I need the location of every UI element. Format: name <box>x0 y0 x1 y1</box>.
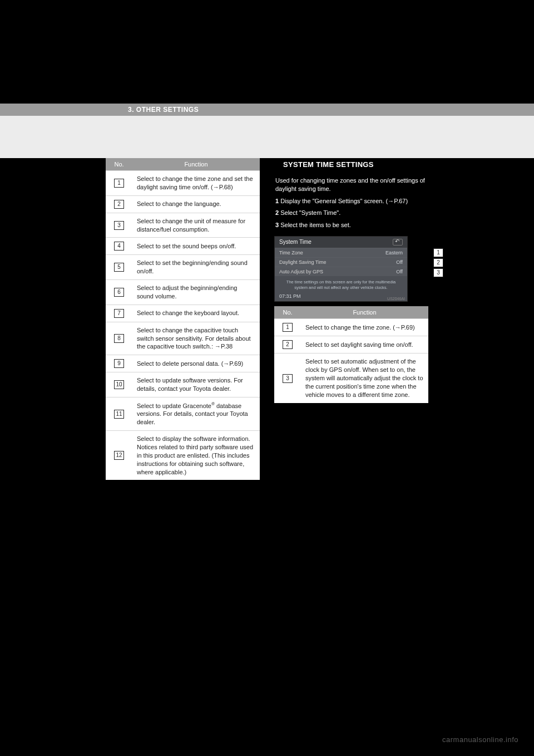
section-header-text: 3. OTHER SETTINGS <box>128 106 199 114</box>
callout-number: 1 <box>433 248 443 257</box>
row-number: 10 <box>114 380 124 389</box>
table-row: 1 Select to change the time zone. (→P.69… <box>274 319 428 336</box>
instruction-step-3: 3 Select the items to be set. <box>275 221 427 229</box>
table-row: 10 Select to update software versions. F… <box>106 372 260 397</box>
row-function: Select to set daylight saving time on/of… <box>301 336 428 354</box>
instruction-step-1: 1 Display the "General Settings" screen.… <box>275 197 427 205</box>
row-label: Daylight Saving Time <box>279 259 327 265</box>
row-function: Select to delete personal data. (→P.69) <box>132 355 260 372</box>
function-table-left: No. Function 1 Select to change the time… <box>106 158 260 480</box>
row-function: Select to change the unit of measure for… <box>132 213 260 238</box>
col-header-function: Function <box>132 158 260 171</box>
row-function: Select to display the software informati… <box>132 431 260 480</box>
watermark: carmanualsonline.info <box>442 735 518 744</box>
row-number: 8 <box>114 334 124 343</box>
row-number: 7 <box>114 309 124 318</box>
instructions: Used for changing time zones and the on/… <box>274 171 428 236</box>
registered-mark: ® <box>211 401 215 406</box>
screenshot-title-bar: System Time <box>275 237 407 248</box>
row-function: Select to set the beginning/ending sound… <box>132 255 260 280</box>
row-function: Select to set the sound beeps on/off. <box>132 238 260 255</box>
system-time-heading: SYSTEM TIME SETTINGS <box>274 158 428 171</box>
table-row: 9 Select to delete personal data. (→P.69… <box>106 355 260 372</box>
row-value: Off <box>396 259 403 265</box>
row-number: 11 <box>114 410 124 419</box>
callout-number: 2 <box>433 258 443 267</box>
callout: 3 <box>433 268 444 277</box>
row-label: Time Zone <box>279 250 303 256</box>
callout: 1 <box>433 248 444 257</box>
left-column: No. Function 1 Select to change the time… <box>106 158 260 480</box>
callout-number: 3 <box>433 268 443 277</box>
instruction-line: Used for changing time zones and the on/… <box>275 176 427 194</box>
col-header-function: Function <box>301 306 428 319</box>
page: 3. OTHER SETTINGS No. Function 1 Select … <box>0 0 534 756</box>
row-number: 9 <box>114 359 124 368</box>
row-value: Off <box>396 269 403 274</box>
row-number: 12 <box>114 451 124 460</box>
row-number: 2 <box>283 340 293 349</box>
table-row: 5 Select to set the beginning/ending sou… <box>106 255 260 280</box>
device-screenshot: System Time Time Zone Eastern Daylight S… <box>274 236 408 302</box>
function-table-right: No. Function 1 Select to change the time… <box>274 306 428 402</box>
table-row: 12 Select to display the software inform… <box>106 431 260 480</box>
table-row: 7 Select to change the keyboard layout. <box>106 305 260 322</box>
table-row: 4 Select to set the sound beeps on/off. <box>106 238 260 255</box>
row-number: 5 <box>114 263 124 272</box>
row-function: Select to change the keyboard layout. <box>132 305 260 322</box>
row-function: Select to change the language. <box>132 195 260 213</box>
table-row: 8 Select to change the capacitive touch … <box>106 322 260 355</box>
callout: 2 <box>433 258 444 267</box>
row-number: 2 <box>114 200 124 209</box>
row-label: Auto Adjust by GPS <box>279 269 323 274</box>
row-number: 4 <box>114 242 124 251</box>
row-number: 3 <box>283 374 293 383</box>
table-row: 2 Select to change the language. <box>106 195 260 213</box>
row-function: Select to change the time zone. (→P.69) <box>301 319 428 336</box>
table-row: 6 Select to adjust the beginning/ending … <box>106 280 260 305</box>
instruction-step-2: 2 Select "System Time". <box>275 209 427 217</box>
right-column: SYSTEM TIME SETTINGS Used for changing t… <box>274 158 428 480</box>
row-function: Select to update software versions. For … <box>132 372 260 397</box>
table-row: 3 Select to set automatic adjustment of … <box>274 354 428 403</box>
screenshot-area: System Time Time Zone Eastern Daylight S… <box>274 236 428 302</box>
table-row: 11 Select to update Gracenote® database … <box>106 397 260 430</box>
screenshot-note: The time settings on this screen are onl… <box>275 276 407 293</box>
col-header-no: No. <box>274 306 301 319</box>
table-row: 3 Select to change the unit of measure f… <box>106 213 260 238</box>
section-header: 3. OTHER SETTINGS <box>0 104 534 116</box>
screenshot-id: US2046AI <box>387 297 405 301</box>
screenshot-row-dst[interactable]: Daylight Saving Time Off <box>275 257 407 267</box>
row-function: Select to set automatic adjustment of th… <box>301 354 428 403</box>
table-row: 2 Select to set daylight saving time on/… <box>274 336 428 354</box>
row-number: 6 <box>114 288 124 297</box>
row-function: Select to change the capacitive touch sw… <box>132 322 260 355</box>
row-function: Select to adjust the beginning/ending so… <box>132 280 260 305</box>
content-columns: No. Function 1 Select to change the time… <box>106 158 428 480</box>
screenshot-row-autogps[interactable]: Auto Adjust by GPS Off <box>275 267 407 276</box>
row-value: Eastern <box>385 250 403 256</box>
row-function: Select to update Gracenote® database ver… <box>132 397 260 430</box>
row-number: 1 <box>114 179 124 188</box>
screenshot-row-timezone[interactable]: Time Zone Eastern <box>275 248 407 257</box>
row-number: 3 <box>114 221 124 230</box>
back-icon[interactable] <box>393 239 403 246</box>
table-row: 1 Select to change the time zone and set… <box>106 171 260 196</box>
row-number: 1 <box>283 323 293 332</box>
screenshot-title: System Time <box>279 239 312 245</box>
col-header-no: No. <box>106 158 132 171</box>
row-function: Select to change the time zone and set t… <box>132 171 260 196</box>
